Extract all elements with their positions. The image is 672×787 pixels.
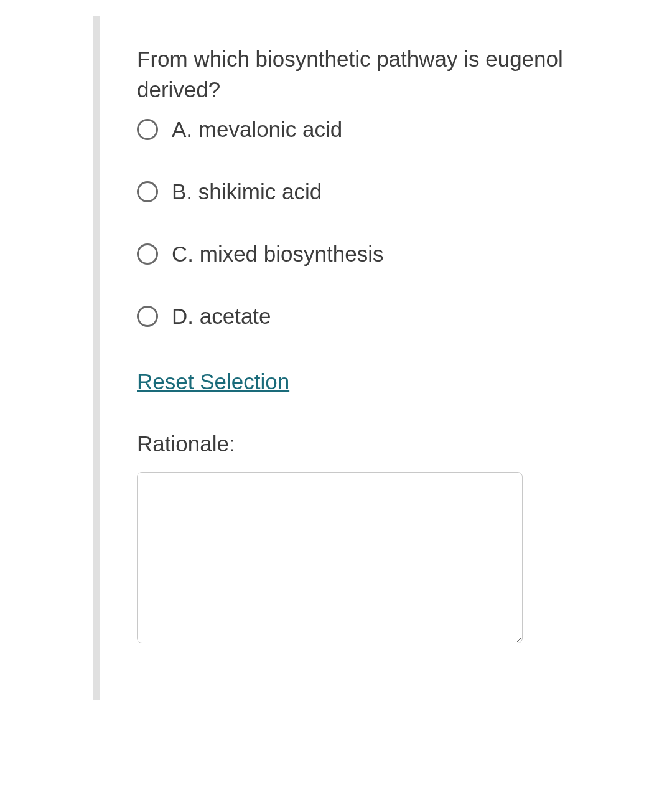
option-c-label: C. mixed biosynthesis	[172, 242, 383, 266]
option-d[interactable]: D. acetate	[137, 304, 622, 329]
rationale-textarea[interactable]	[137, 472, 523, 643]
question-text: From which biosynthetic pathway is eugen…	[137, 44, 622, 105]
radio-icon	[137, 119, 158, 140]
option-a-label: A. mevalonic acid	[172, 117, 342, 142]
option-a[interactable]: A. mevalonic acid	[137, 117, 622, 142]
question-content: From which biosynthetic pathway is eugen…	[137, 44, 622, 646]
rationale-label: Rationale:	[137, 431, 622, 456]
option-b-label: B. shikimic acid	[172, 179, 322, 204]
option-c[interactable]: C. mixed biosynthesis	[137, 242, 622, 266]
left-vertical-bar	[93, 16, 100, 700]
option-d-label: D. acetate	[172, 304, 271, 329]
option-b[interactable]: B. shikimic acid	[137, 179, 622, 204]
radio-icon	[137, 243, 158, 265]
radio-icon	[137, 306, 158, 327]
radio-icon	[137, 181, 158, 202]
reset-selection-link[interactable]: Reset Selection	[137, 369, 289, 394]
